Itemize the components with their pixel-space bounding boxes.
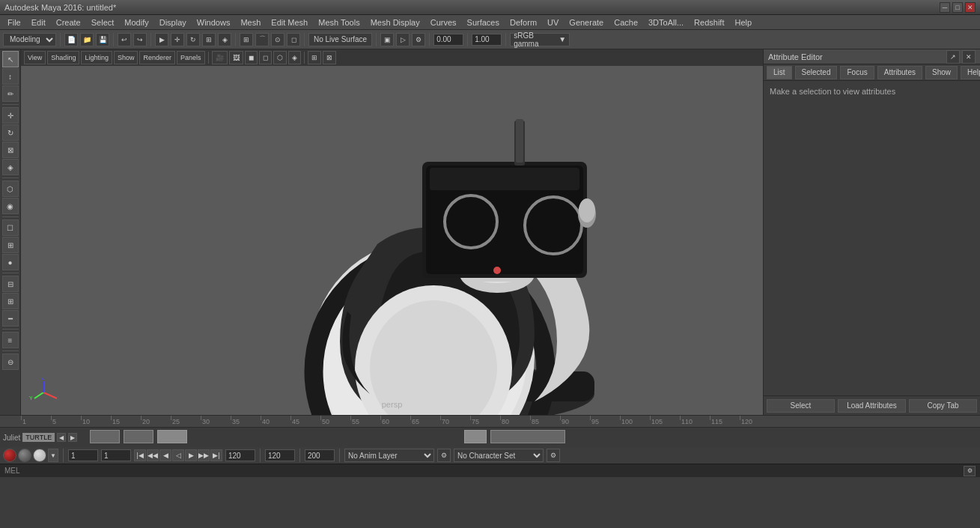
track-area[interactable]: Juliet TURTLE ◀ ▶ [0, 428, 980, 447]
ipr-btn[interactable]: ▷ [396, 33, 410, 46]
vp-view-menu[interactable]: View [24, 51, 46, 64]
rp-tab-help[interactable]: Help [961, 66, 980, 79]
multi-tool-btn[interactable]: ◈ [2, 159, 19, 175]
rp-tab-selected[interactable]: Selected [795, 66, 838, 79]
command-input[interactable] [25, 466, 959, 476]
play-fwd-btn[interactable]: ▶ [185, 449, 197, 461]
grey-ball[interactable] [18, 449, 31, 462]
rp-tab-attributes[interactable]: Attributes [877, 66, 922, 79]
snap-curve[interactable]: ⌒ [255, 33, 269, 46]
time-tick-container[interactable]: 1 5 10 15 20 25 30 35 40 45 50 55 60 65 … [21, 416, 980, 427]
menu-modify[interactable]: Modify [120, 17, 153, 28]
menu-mesh-tools[interactable]: Mesh Tools [314, 17, 364, 28]
vp-hud-btn[interactable]: ⊠ [323, 51, 336, 64]
rotate-tool-btn[interactable]: ↻ [2, 124, 19, 141]
playback-max-input[interactable] [305, 449, 335, 461]
prev-key-frame-btn[interactable]: ◀ [159, 449, 171, 461]
vp-shading-menu[interactable]: Shading [47, 51, 79, 64]
menu-select[interactable]: Select [87, 17, 119, 28]
viewport[interactable]: View Shading Lighting Show Renderer Pane… [21, 49, 763, 415]
render-btn[interactable]: ▣ [380, 33, 394, 46]
go-start-btn[interactable]: |◀ [134, 449, 146, 461]
snap-grid[interactable]: ⊞ [240, 33, 253, 46]
vp-grid-btn[interactable]: ⊞ [308, 51, 321, 64]
vp-lighting-menu[interactable]: Lighting [81, 51, 112, 64]
char-layer-dropdown[interactable]: No Character Set [454, 449, 544, 462]
maximize-button[interactable]: □ [952, 2, 963, 13]
frame-end-input[interactable] [225, 449, 255, 461]
extra-btn[interactable]: ≡ [2, 332, 19, 348]
vp-isolate-btn[interactable]: ◈ [288, 51, 301, 64]
go-end-btn[interactable]: ▶| [210, 449, 222, 461]
rp-close-btn[interactable]: ✕ [962, 50, 976, 64]
menu-3dtoall[interactable]: 3DToAll... [644, 17, 688, 28]
minimize-button[interactable]: ─ [940, 2, 950, 13]
move-tool[interactable]: ✛ [171, 33, 184, 46]
expand-layers-btn[interactable]: ▼ [48, 449, 58, 462]
track-content[interactable] [90, 428, 980, 447]
menu-deform[interactable]: Deform [505, 17, 541, 28]
snap-point[interactable]: ⊙ [271, 33, 284, 46]
sculpt-btn[interactable]: ◉ [2, 198, 19, 214]
menu-edit-mesh[interactable]: Edit Mesh [267, 17, 312, 28]
rp-float-btn[interactable]: ↗ [946, 50, 960, 64]
menu-windows[interactable]: Windows [192, 17, 235, 28]
dot-btn[interactable]: ● [2, 254, 19, 270]
rp-select-btn[interactable]: Select [767, 399, 835, 413]
color-mode-button[interactable]: sRGB gamma ▼ [510, 33, 570, 46]
rp-tab-list[interactable]: List [767, 66, 792, 79]
undo-button[interactable]: ↩ [118, 33, 131, 46]
anim-layer-settings-btn[interactable]: ⚙ [437, 449, 451, 462]
playback-end-input[interactable] [265, 449, 295, 461]
open-button[interactable]: 📁 [80, 33, 94, 46]
vp-shaded-btn[interactable]: ◼ [245, 51, 258, 64]
rp-tab-show[interactable]: Show [925, 66, 958, 79]
menu-redshift[interactable]: Redshift [690, 17, 728, 28]
red-ball[interactable] [3, 449, 16, 462]
vp-cam-btn[interactable]: 🎥 [212, 51, 228, 64]
line-btn[interactable]: ━ [2, 310, 19, 327]
close-button[interactable]: ✕ [965, 2, 976, 13]
menu-mesh[interactable]: Mesh [236, 17, 265, 28]
command-options-btn[interactable]: ⚙ [964, 466, 976, 476]
live-surface-button[interactable]: No Live Surface [308, 33, 372, 46]
play-back-btn[interactable]: ◁ [172, 449, 184, 461]
menu-generate[interactable]: Generate [564, 17, 608, 28]
rp-load-btn[interactable]: Load Attributes [838, 399, 906, 413]
move-tool-btn[interactable]: ✛ [2, 107, 19, 124]
menu-surfaces[interactable]: Surfaces [463, 17, 504, 28]
multi-tool[interactable]: ◈ [218, 33, 231, 46]
menu-help[interactable]: Help [730, 17, 756, 28]
soft-select-btn[interactable]: ⬡ [2, 180, 19, 197]
menu-display[interactable]: Display [155, 17, 191, 28]
vp-renderer-menu[interactable]: Renderer [139, 51, 175, 64]
scale-tool[interactable]: ⊞ [202, 33, 216, 46]
next-key-frame-btn[interactable]: ▶▶ [198, 449, 210, 461]
check-btn[interactable]: ⊞ [2, 237, 19, 253]
rotate-tool[interactable]: ↻ [186, 33, 200, 46]
render-settings-btn[interactable]: ⚙ [412, 33, 425, 46]
anim-layer-dropdown[interactable]: No Anim Layer [344, 449, 434, 462]
frame-start-input[interactable] [68, 449, 98, 461]
menu-create[interactable]: Create [52, 17, 85, 28]
rp-copy-btn[interactable]: Copy Tab [909, 399, 977, 413]
grid-btn[interactable]: ⊟ [2, 276, 19, 292]
menu-mesh-display[interactable]: Mesh Display [366, 17, 424, 28]
grid2-btn[interactable]: ⊞ [2, 293, 19, 309]
vp-wire-btn[interactable]: ◻ [259, 51, 272, 64]
white-ball[interactable] [33, 449, 46, 462]
turtle-btn[interactable]: TURTLE [22, 433, 55, 442]
redo-button[interactable]: ↪ [133, 33, 147, 46]
next-key-btn[interactable]: ▶ [68, 433, 77, 442]
vp-show-menu[interactable]: Show [114, 51, 139, 64]
char-settings-btn[interactable]: ⚙ [547, 449, 560, 462]
rp-tab-focus[interactable]: Focus [840, 66, 874, 79]
snap-surface[interactable]: ◻ [287, 33, 300, 46]
value-b-input[interactable] [472, 34, 502, 46]
menu-file[interactable]: File [3, 17, 25, 28]
scale-tool-btn[interactable]: ⊠ [2, 142, 19, 158]
box-btn[interactable]: ☐ [2, 219, 19, 236]
menu-cache[interactable]: Cache [609, 17, 642, 28]
select-tool[interactable]: ▶ [155, 33, 168, 46]
paint-tool-btn[interactable]: ✏ [2, 85, 19, 102]
